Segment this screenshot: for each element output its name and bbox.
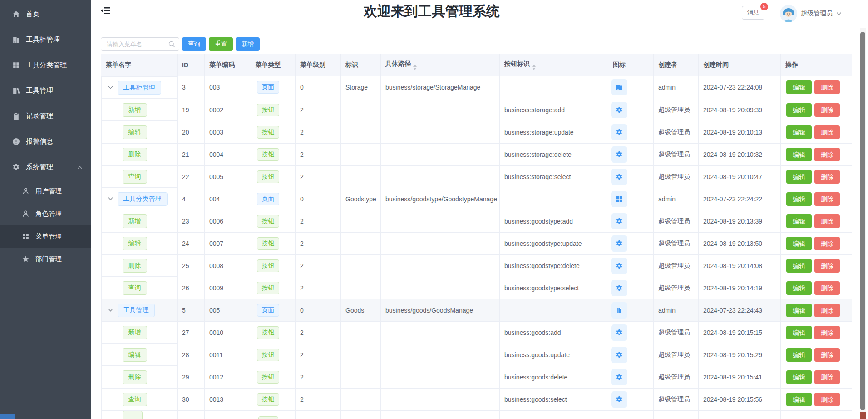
created-time-cell: 2024-08-19 20:15:15 [699,321,781,344]
flag-cell [341,344,381,366]
sidebar-item-menu-manage[interactable]: 菜单管理 [0,225,91,248]
edit-button[interactable]: 编辑 [786,393,812,406]
sidebar-item-record-manage[interactable]: 记录管理 [0,103,91,129]
column-label: 菜单编码 [209,61,235,68]
expand-row-icon[interactable] [108,307,113,313]
vertical-scrollbar-thumb[interactable] [860,32,865,410]
sidebar-item-label: 菜单管理 [35,232,62,241]
gear-icon [611,146,627,163]
column-label: 操作 [785,61,798,68]
edit-button[interactable]: 编辑 [786,259,812,273]
edit-button[interactable]: 编辑 [786,80,812,94]
column-header-7[interactable]: 按钮标识 [500,54,585,76]
edit-button[interactable]: 编辑 [786,103,812,117]
edit-button[interactable]: 编辑 [786,170,812,184]
expand-row-icon[interactable] [108,85,113,90]
menu-type-cell: 页面 [241,299,296,321]
actions-cell [781,410,852,419]
menu-name-tag: 工具柜管理 [118,81,161,95]
edit-button[interactable]: 编辑 [786,348,812,362]
created-time-cell [699,410,781,419]
message-button[interactable]: 消息 5 [742,6,764,20]
flag-cell [341,388,381,410]
sidebar-item-category-manage[interactable]: 工具分类管理 [0,52,91,78]
table-row: 删除250008按钮2business:goodstype:delete超级管理… [101,254,852,277]
edit-button[interactable]: 编辑 [786,370,812,384]
button-flag-cell: business:goodstype:update [500,232,585,254]
edit-button[interactable]: 编辑 [786,192,812,206]
sidebar-item-role-manage[interactable]: 角色管理 [0,202,91,225]
menu-name-tag: 新增 [123,103,147,117]
delete-button[interactable]: 删除 [814,214,840,228]
delete-button[interactable]: 删除 [814,370,840,384]
delete-button[interactable]: 删除 [814,348,840,362]
menu-code-cell: 0003 [205,121,241,143]
user-menu[interactable]: 超级管理员 [780,0,842,27]
menu-fold-icon[interactable] [101,6,111,15]
sidebar-item-dept-manage[interactable]: 部门管理 [0,248,91,270]
reset-button[interactable]: 重置 [209,37,233,51]
menu-type-tag: 按钮 [257,393,279,406]
creator-cell: 超级管理员 [654,210,699,232]
edit-button[interactable]: 编辑 [786,304,812,317]
sidebar-item-home[interactable]: 首页 [0,1,91,27]
search-input[interactable] [101,38,179,50]
menu-type-tag: 按钮 [257,259,279,272]
menu-level-cell: 2 [296,165,341,188]
menu-name-cell: 新增 [101,99,178,121]
sidebar-item-system-manage[interactable]: 系统管理 [0,154,91,180]
edit-button[interactable]: 编辑 [786,148,812,161]
delete-button[interactable]: 删除 [814,237,840,250]
menu-level-cell: 2 [296,99,341,121]
edit-button[interactable]: 编辑 [786,326,812,339]
sidebar-item-alarm-info[interactable]: 报警信息 [0,129,91,154]
delete-button[interactable]: 删除 [814,148,840,161]
delete-button[interactable]: 删除 [814,259,840,273]
sidebar-menu: 首页工具柜管理工具分类管理工具管理记录管理报警信息系统管理用户管理角色管理菜单管… [0,0,91,270]
avatar[interactable] [780,5,797,22]
created-time-cell: 2024-08-19 20:13:39 [699,210,781,232]
edit-button[interactable]: 编辑 [786,237,812,250]
delete-button[interactable]: 删除 [814,393,840,406]
gear-icon [611,280,627,296]
edit-button[interactable]: 编辑 [786,125,812,139]
edit-button[interactable]: 编辑 [786,214,812,228]
query-button[interactable]: 查询 [182,37,206,51]
delete-button[interactable]: 删除 [814,125,840,139]
column-header-8: 图标 [585,54,654,76]
column-label: 具体路径 [385,60,411,67]
menu-code-cell: 004 [205,188,241,210]
creator-cell: 超级管理员 [654,388,699,410]
path-cell [381,121,500,143]
menu-level-cell: 0 [296,188,341,210]
column-header-3: 菜单类型 [241,54,296,76]
delete-button[interactable]: 删除 [814,103,840,117]
edit-button[interactable]: 编辑 [786,281,812,295]
sidebar-item-tool-manage[interactable]: 工具管理 [0,78,91,103]
menu-name-tag: 工具管理 [118,304,155,317]
add-button[interactable]: 新增 [236,37,260,51]
path-cell [381,388,500,410]
created-time-cell: 2024-08-19 20:10:13 [699,121,781,143]
gear-icon [12,163,20,171]
created-time-cell: 2024-08-19 20:10:47 [699,165,781,188]
delete-button[interactable]: 删除 [814,281,840,295]
menu-type-cell: 按钮 [241,232,296,254]
icon-cell [585,321,654,344]
column-header-6[interactable]: 具体路径 [381,54,500,76]
delete-button[interactable]: 删除 [814,80,840,94]
delete-button[interactable]: 删除 [814,304,840,317]
delete-button[interactable]: 删除 [814,192,840,206]
expand-row-icon[interactable] [108,196,113,202]
sidebar-item-label: 系统管理 [26,163,53,171]
delete-button[interactable]: 删除 [814,326,840,339]
menu-name-tag: 新增 [123,214,147,228]
sidebar-item-user-manage[interactable]: 用户管理 [0,180,91,202]
creator-cell: 超级管理员 [654,99,699,121]
actions-cell: 编辑删除 [781,99,852,121]
actions-cell: 编辑删除 [781,143,852,165]
sort-icon[interactable] [532,65,536,70]
delete-button[interactable]: 删除 [814,170,840,184]
sidebar-item-cabinet-manage[interactable]: 工具柜管理 [0,27,91,52]
sort-icon[interactable] [413,65,417,70]
